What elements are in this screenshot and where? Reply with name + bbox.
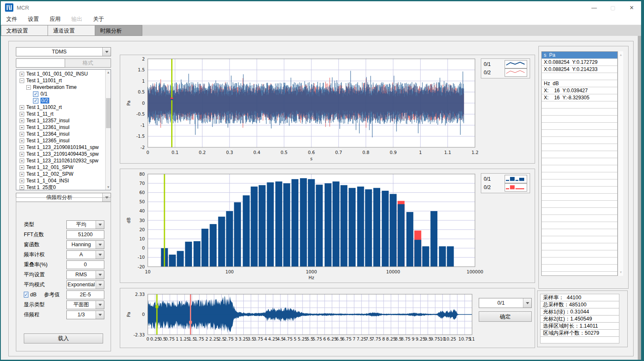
readout-row[interactable]: s Pa bbox=[542, 52, 617, 59]
expand-toggle-icon[interactable]: + bbox=[20, 145, 24, 150]
menu-item-4[interactable]: 关于 bbox=[88, 15, 109, 23]
tree-item[interactable]: +Test 1_12361_insul bbox=[17, 124, 105, 131]
expand-toggle-icon[interactable]: + bbox=[20, 132, 24, 136]
tree-item[interactable]: ✓0/2 bbox=[17, 97, 105, 104]
expand-toggle-icon[interactable]: + bbox=[20, 139, 24, 143]
tree-item[interactable]: +Test 1_25度0 bbox=[17, 184, 105, 190]
legend-label: 0/1 bbox=[484, 61, 505, 67]
scroll-up-icon[interactable]: ▲ bbox=[106, 70, 111, 75]
expand-toggle-icon[interactable]: + bbox=[20, 179, 24, 183]
confirm-button[interactable]: 确定 bbox=[479, 311, 532, 322]
y-tick-label: 20 bbox=[139, 227, 145, 232]
tree-item[interactable]: +Test 1_12364_insul bbox=[17, 131, 105, 137]
readout-row[interactable]: Hz dB bbox=[542, 80, 617, 87]
chevron-down-icon[interactable] bbox=[96, 301, 104, 309]
tree-item[interactable]: +Test 1_123_211026102932_spw bbox=[17, 157, 105, 164]
filter-input[interactable] bbox=[16, 58, 65, 68]
chevron-down-icon[interactable] bbox=[96, 241, 104, 249]
field-select-9[interactable]: 1/3 bbox=[66, 311, 104, 319]
expand-toggle-icon[interactable]: + bbox=[20, 165, 24, 170]
tab-2[interactable]: 时频分析 bbox=[95, 25, 142, 36]
expand-toggle-icon[interactable]: + bbox=[20, 72, 24, 76]
file-format-combo[interactable]: TDMS bbox=[16, 47, 111, 56]
tree-scrollbar[interactable]: ▲ ▼ bbox=[105, 70, 111, 190]
tree-item[interactable]: +Test 1_12_002_SPW bbox=[17, 171, 105, 177]
expand-toggle-icon[interactable]: + bbox=[20, 112, 24, 116]
tree-item[interactable]: +Test 1_11_rt bbox=[17, 111, 105, 117]
expand-toggle-icon[interactable]: + bbox=[20, 185, 24, 190]
readout-row[interactable] bbox=[542, 73, 617, 80]
expand-toggle-icon[interactable]: + bbox=[20, 152, 24, 157]
legend-item-0-1[interactable]: 0/1 bbox=[484, 175, 527, 183]
chevron-down-icon[interactable] bbox=[96, 311, 104, 319]
tree-item[interactable]: +Test 1_123_210914094435_spw bbox=[17, 151, 105, 157]
tree-item[interactable]: +Test 1_11002_rt bbox=[17, 104, 105, 111]
load-button[interactable]: 载入 bbox=[24, 333, 103, 343]
readout-row[interactable]: X: 16 Y:0.039427 bbox=[542, 87, 617, 94]
format-button[interactable]: 格式 bbox=[65, 58, 111, 68]
field-input-1[interactable]: 51200 bbox=[66, 230, 104, 239]
field-select-3[interactable]: A bbox=[66, 250, 104, 259]
bar-0-1 bbox=[267, 182, 274, 267]
minimize-button[interactable]: — bbox=[585, 1, 604, 14]
tree-item[interactable]: +Test 1_12_001_SPW bbox=[17, 164, 105, 171]
tree-item-label: Test 1_12_001_SPW bbox=[26, 164, 73, 170]
scroll-down-icon[interactable]: ▼ bbox=[618, 270, 624, 275]
tree-item[interactable]: +Test 1_1_004_INSI bbox=[17, 177, 105, 184]
time-waveform-chart[interactable]: 00.10.20.30.40.50.60.70.80.911.11.2-2-1.… bbox=[120, 55, 535, 163]
field-select-2[interactable]: Hanning bbox=[66, 240, 104, 249]
chevron-down-icon[interactable] bbox=[96, 271, 104, 279]
chevron-down-icon[interactable] bbox=[96, 251, 104, 259]
tree-item-label: Test 1_11001_rt bbox=[26, 78, 62, 83]
chevron-down-icon[interactable] bbox=[96, 221, 104, 229]
chevron-down-icon[interactable] bbox=[102, 48, 111, 56]
maximize-button[interactable]: ▢ bbox=[604, 1, 622, 14]
tree-item[interactable]: +Test 1_123_210908101941_spw bbox=[17, 144, 105, 151]
expand-toggle-icon[interactable]: − bbox=[26, 85, 31, 90]
readout-row[interactable]: X:0.088254 Y:0.172729 bbox=[542, 59, 617, 66]
chevron-down-icon[interactable] bbox=[96, 281, 104, 289]
bar-0-1 bbox=[202, 229, 209, 267]
menu-item-2[interactable]: 应用 bbox=[44, 15, 66, 23]
legend-item-0-2[interactable]: 0/2 bbox=[484, 183, 527, 192]
channel-combo[interactable]: 0/1 bbox=[479, 298, 532, 308]
readout-row[interactable]: X:0.088254 Y:0.214233 bbox=[542, 66, 617, 73]
scroll-up-icon[interactable]: ▲ bbox=[618, 52, 624, 58]
field-input-4[interactable]: 0 bbox=[66, 260, 104, 269]
field-select-5[interactable]: RMS bbox=[66, 270, 104, 279]
scroll-down-icon[interactable]: ▼ bbox=[106, 184, 111, 190]
close-button[interactable]: ✕ bbox=[622, 1, 641, 14]
expand-toggle-icon[interactable]: + bbox=[20, 119, 24, 123]
readout-row[interactable]: X: 16 Y:-8.329305 bbox=[542, 94, 617, 101]
expand-toggle-icon[interactable]: − bbox=[20, 78, 24, 83]
chevron-down-icon[interactable] bbox=[523, 298, 531, 308]
overview-waveform-chart[interactable]: 00.250.50.7511.251.51.7522.252.52.7533.2… bbox=[120, 288, 535, 348]
tree-item[interactable]: ✓0/1 bbox=[17, 91, 105, 97]
readout-scrollbar[interactable]: ▲ ▼ bbox=[618, 51, 623, 276]
tab-0[interactable]: 文档设置 bbox=[1, 25, 48, 36]
scrollbar-thumb[interactable] bbox=[106, 98, 111, 128]
db-checkbox[interactable]: ✓ bbox=[24, 292, 28, 298]
item-checkbox[interactable]: ✓ bbox=[33, 91, 38, 97]
item-checkbox[interactable]: ✓ bbox=[33, 98, 38, 104]
form-row: 平均模式Exponential bbox=[24, 280, 104, 290]
tab-1[interactable]: 通道设置 bbox=[48, 25, 95, 36]
expand-toggle-icon[interactable]: + bbox=[20, 105, 24, 110]
expand-toggle-icon[interactable]: + bbox=[20, 159, 24, 163]
tree-item[interactable]: +Test 1_12357_insul bbox=[17, 117, 105, 124]
field-select-8[interactable]: 平面图 bbox=[66, 300, 104, 309]
tree-item[interactable]: −Test 1_11001_rt bbox=[17, 77, 105, 84]
expand-toggle-icon[interactable]: + bbox=[20, 172, 24, 177]
legend-item-0-2[interactable]: 0/2 bbox=[484, 68, 527, 77]
menu-item-1[interactable]: 设置 bbox=[23, 15, 44, 23]
tree-item[interactable]: −Reverberation Time bbox=[17, 84, 105, 91]
tree-item[interactable]: +Test 1_001_001_002_INSU bbox=[17, 71, 105, 77]
tree-item[interactable]: +Test 1_12365_insul bbox=[17, 137, 105, 144]
field-select-6[interactable]: Exponential bbox=[66, 280, 104, 289]
octave-spectrum-chart[interactable]: 10100100010000100000-20-1001020304050607… bbox=[120, 169, 535, 283]
legend-item-0-1[interactable]: 0/1 bbox=[484, 60, 527, 68]
field-input-7[interactable]: 2E-5 bbox=[66, 290, 104, 299]
field-select-0[interactable]: 平均 bbox=[66, 220, 104, 229]
menu-item-0[interactable]: 文件 bbox=[1, 15, 23, 23]
expand-toggle-icon[interactable]: + bbox=[20, 125, 24, 130]
